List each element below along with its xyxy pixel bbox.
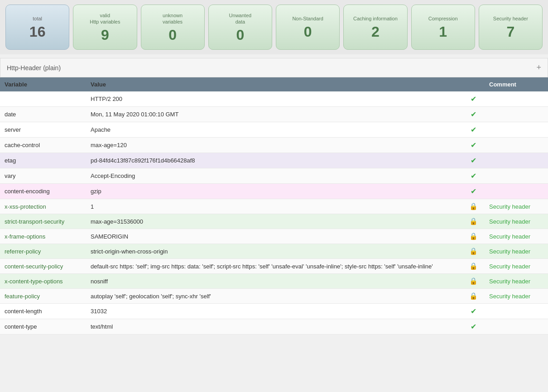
cell-value: autoplay 'self'; geolocation 'self'; syn… bbox=[86, 289, 462, 304]
table-row: content-security-policydefault-src https… bbox=[0, 259, 548, 274]
cell-icon: ✔ bbox=[462, 184, 485, 199]
cell-comment: Security header bbox=[485, 289, 548, 304]
cell-icon: ✔ bbox=[462, 168, 485, 184]
cell-value: Mon, 11 May 2020 01:00:10 GMT bbox=[86, 107, 462, 122]
cell-comment bbox=[485, 168, 548, 184]
cell-comment bbox=[485, 107, 548, 122]
cell-value: nosniff bbox=[86, 274, 462, 289]
cell-variable: x-frame-options bbox=[0, 229, 86, 244]
cell-value: Accept-Encoding bbox=[86, 168, 462, 184]
cell-comment: Security header bbox=[485, 259, 548, 274]
cell-icon: 🔒 bbox=[462, 274, 485, 289]
cell-variable: x-content-type-options bbox=[0, 274, 86, 289]
cell-comment bbox=[485, 122, 548, 138]
cell-icon: ✔ bbox=[462, 304, 485, 319]
col-header-value: Value bbox=[86, 77, 462, 91]
card-label-caching-info: Caching information bbox=[353, 15, 398, 22]
cell-variable bbox=[0, 91, 86, 107]
lock-icon: 🔒 bbox=[469, 232, 478, 240]
cell-variable: feature-policy bbox=[0, 289, 86, 304]
table-row: etagpd-84fd4c13f87c892f176f1d4b66428af8✔ bbox=[0, 153, 548, 168]
cell-comment bbox=[485, 184, 548, 199]
table-row: content-typetext/html✔ bbox=[0, 319, 548, 335]
cell-comment bbox=[485, 304, 548, 319]
cell-variable: cache-control bbox=[0, 138, 86, 153]
table-row: varyAccept-Encoding✔ bbox=[0, 168, 548, 184]
cell-value: default-src https: 'self'; img-src https… bbox=[86, 259, 462, 274]
cell-value: max-age=31536000 bbox=[86, 214, 462, 229]
check-icon: ✔ bbox=[471, 141, 476, 149]
table-wrapper: Variable Value Comment HTTP/2 200✔dateMo… bbox=[0, 77, 548, 335]
card-number-security-header: 7 bbox=[506, 24, 514, 39]
table-row: dateMon, 11 May 2020 01:00:10 GMT✔ bbox=[0, 107, 548, 122]
cell-variable: content-security-policy bbox=[0, 259, 86, 274]
check-icon: ✔ bbox=[471, 126, 476, 134]
cell-variable: content-length bbox=[0, 304, 86, 319]
cell-value: Apache bbox=[86, 122, 462, 138]
card-caching-info: Caching information2 bbox=[343, 5, 407, 50]
cell-icon: 🔒 bbox=[462, 244, 485, 259]
cell-value: gzip bbox=[86, 184, 462, 199]
cell-comment bbox=[485, 153, 548, 168]
col-header-variable: Variable bbox=[0, 77, 86, 91]
table-row: cache-controlmax-age=120✔ bbox=[0, 138, 548, 153]
check-icon: ✔ bbox=[471, 95, 476, 103]
expand-button[interactable]: + bbox=[536, 63, 541, 72]
lock-icon: 🔒 bbox=[469, 217, 478, 225]
card-label-total: total bbox=[33, 15, 42, 22]
table-row: x-xss-protection1🔒Security header bbox=[0, 199, 548, 214]
lock-icon: 🔒 bbox=[469, 277, 478, 285]
cell-comment: Security header bbox=[485, 244, 548, 259]
cell-variable: x-xss-protection bbox=[0, 199, 86, 214]
cell-icon: 🔒 bbox=[462, 214, 485, 229]
lock-icon: 🔒 bbox=[469, 202, 478, 210]
check-icon: ✔ bbox=[471, 323, 476, 330]
card-label-unwanted-data: Unwanted data bbox=[229, 12, 252, 25]
card-number-unknown-vars: 0 bbox=[168, 28, 177, 42]
cell-icon: 🔒 bbox=[462, 229, 485, 244]
cell-variable: etag bbox=[0, 153, 86, 168]
table-row: x-content-type-optionsnosniff🔒Security h… bbox=[0, 274, 548, 289]
card-number-compression: 1 bbox=[439, 24, 447, 39]
table-row: HTTP/2 200✔ bbox=[0, 91, 548, 107]
section-title: Http-Header (plain) bbox=[7, 64, 61, 72]
card-unknown-vars: unknown variables0 bbox=[141, 5, 205, 50]
cell-variable: date bbox=[0, 107, 86, 122]
card-label-security-header: Security header bbox=[493, 15, 528, 22]
card-number-caching-info: 2 bbox=[371, 24, 380, 39]
cell-comment bbox=[485, 138, 548, 153]
lock-icon: 🔒 bbox=[469, 292, 478, 300]
card-label-non-standard: Non-Standard bbox=[292, 15, 323, 22]
card-label-unknown-vars: unknown variables bbox=[163, 12, 183, 25]
col-header-comment: Comment bbox=[485, 77, 548, 91]
table-row: feature-policyautoplay 'self'; geolocati… bbox=[0, 289, 548, 304]
cell-icon: ✔ bbox=[462, 91, 485, 107]
cell-value: HTTP/2 200 bbox=[86, 91, 462, 107]
card-label-compression: Compression bbox=[428, 15, 458, 22]
check-icon: ✔ bbox=[471, 110, 476, 118]
cell-variable: strict-transport-security bbox=[0, 214, 86, 229]
lock-icon: 🔒 bbox=[469, 262, 478, 270]
cell-comment: Security header bbox=[485, 214, 548, 229]
cell-value: 31032 bbox=[86, 304, 462, 319]
cell-value: max-age=120 bbox=[86, 138, 462, 153]
cell-icon: ✔ bbox=[462, 138, 485, 153]
table-row: x-frame-optionsSAMEORIGIN🔒Security heade… bbox=[0, 229, 548, 244]
card-security-header: Security header7 bbox=[479, 5, 543, 50]
check-icon: ✔ bbox=[471, 157, 476, 164]
cell-icon: 🔒 bbox=[462, 289, 485, 304]
http-header-table: Variable Value Comment HTTP/2 200✔dateMo… bbox=[0, 77, 548, 335]
cell-variable: referrer-policy bbox=[0, 244, 86, 259]
cell-variable: content-type bbox=[0, 319, 86, 335]
table-row: serverApache✔ bbox=[0, 122, 548, 138]
table-row: content-encodinggzip✔ bbox=[0, 184, 548, 199]
cell-value: 1 bbox=[86, 199, 462, 214]
card-label-valid-http: valid Http variables bbox=[90, 12, 120, 25]
cell-variable: server bbox=[0, 122, 86, 138]
cell-icon: ✔ bbox=[462, 153, 485, 168]
card-number-unwanted-data: 0 bbox=[236, 28, 244, 42]
card-number-valid-http: 9 bbox=[101, 28, 109, 42]
table-row: content-length31032✔ bbox=[0, 304, 548, 319]
col-header-icon bbox=[462, 77, 485, 91]
cell-value: text/html bbox=[86, 319, 462, 335]
